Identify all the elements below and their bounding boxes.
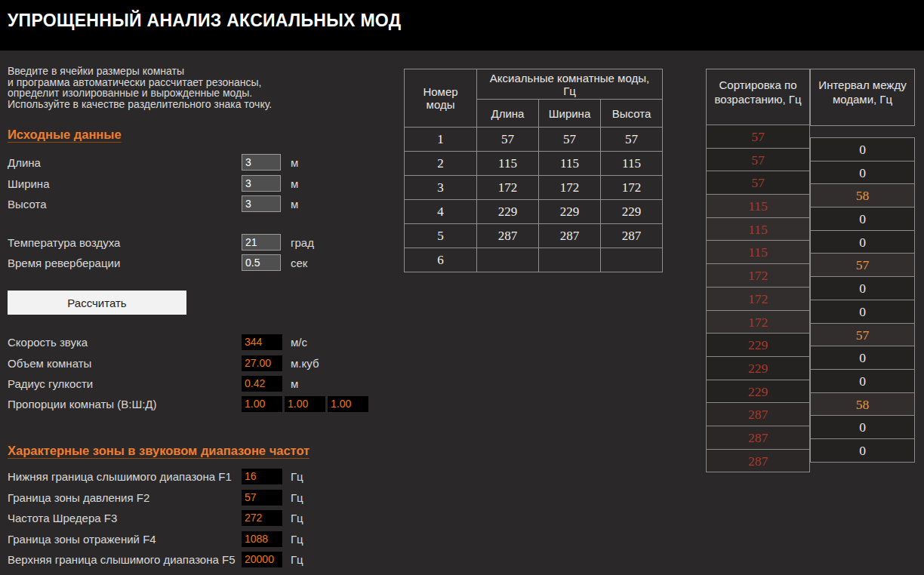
mode-table-row: 2 115 115 115 <box>405 152 663 176</box>
f5-unit: Гц <box>291 550 303 569</box>
temperature-unit: град <box>291 233 314 252</box>
mode-interval-cell: 0 <box>810 438 915 463</box>
width-label: Ширина <box>8 174 49 193</box>
mode-height-cell: 229 <box>601 200 663 224</box>
mode-height-cell: 57 <box>601 128 663 152</box>
sorted-frequency-cell: 115 <box>706 240 810 264</box>
input-row-temperature: Температура воздуха град <box>0 233 400 252</box>
proportion-value-3: 1.00 <box>328 396 368 412</box>
sort-column-header: Сортировка по возрастанию, Гц <box>706 69 810 126</box>
sorted-frequency-cell: 229 <box>706 333 810 357</box>
height-input[interactable] <box>242 195 281 212</box>
f5-label: Верхняя граница слышимого диапазона F5 <box>8 550 236 569</box>
axial-modes-table: Номер моды Аксиальные комнатные моды, Гц… <box>404 69 663 272</box>
zone-row-f5: Верхняя граница слышимого диапазона F5 2… <box>0 550 400 569</box>
boom-radius-value: 0.42 <box>242 376 282 392</box>
length-unit: м <box>291 153 298 172</box>
mode-height-cell <box>601 248 663 272</box>
mode-intervals-list: 0 0 58 0 0 57 0 0 57 0 0 58 0 0 <box>810 138 915 463</box>
sorted-frequency-cell: 172 <box>706 287 810 311</box>
mode-interval-cell: 0 <box>810 161 915 185</box>
sorted-frequency-cell: 287 <box>706 449 810 473</box>
sorted-frequency-cell: 57 <box>706 148 810 172</box>
mode-interval-cell: 0 <box>810 137 915 161</box>
mode-width-cell: 172 <box>539 176 601 200</box>
zone-row-f4: Граница зоны отражений F4 1088 Гц <box>0 530 400 549</box>
calculate-button[interactable]: Рассчитать <box>8 291 186 315</box>
mode-interval-cell: 57 <box>810 323 915 347</box>
axial-modes-header: Аксиальные комнатные моды, Гц <box>477 69 663 100</box>
sound-speed-unit: м/с <box>291 333 307 352</box>
mode-table-row: 4 229 229 229 <box>405 200 663 224</box>
zone-row-f2: Граница зоны давления F2 57 Гц <box>0 488 400 507</box>
result-row-sound-speed: Скорость звука 344 м/с <box>0 333 400 352</box>
mode-table-row: 5 287 287 287 <box>405 224 663 248</box>
f1-unit: Гц <box>291 467 303 486</box>
mode-interval-cell: 0 <box>810 300 915 324</box>
height-unit: м <box>291 195 298 214</box>
mode-height-cell: 287 <box>601 224 663 248</box>
mode-interval-cell: 0 <box>810 207 915 231</box>
result-row-boom-radius: Радиус гулкости 0.42 м <box>0 374 400 393</box>
length-label: Длина <box>8 153 41 172</box>
mode-interval-cell: 57 <box>810 253 915 277</box>
mode-number-cell: 5 <box>405 224 477 248</box>
sorted-frequency-cell: 287 <box>706 402 810 426</box>
heading-frequency-zones: Характерные зоны в звуковом диапазоне ча… <box>8 444 310 458</box>
f1-label: Нижняя граница слышимого диапазона F1 <box>8 467 232 486</box>
temperature-input[interactable] <box>242 234 281 251</box>
mode-width-cell: 287 <box>539 224 601 248</box>
reverb-time-input[interactable] <box>242 254 281 271</box>
mode-number-cell: 6 <box>405 248 477 272</box>
mode-height-cell: 115 <box>601 152 663 176</box>
mode-interval-cell: 0 <box>810 346 915 370</box>
mode-height-cell: 172 <box>601 176 663 200</box>
mode-number-cell: 2 <box>405 152 477 176</box>
sorted-frequency-cell: 287 <box>706 426 810 450</box>
sorted-frequency-cell: 57 <box>706 171 810 195</box>
length-input[interactable] <box>242 154 281 171</box>
mode-width-cell <box>539 248 601 272</box>
intro-text: Введите в ячейки размеры комнаты и прогр… <box>8 66 272 109</box>
boom-radius-label: Радиус гулкости <box>8 374 93 393</box>
reverb-time-unit: сек <box>291 254 307 272</box>
sound-speed-label: Скорость звука <box>8 333 88 352</box>
mode-number-header: Номер моды <box>405 69 477 128</box>
sorted-frequency-cell: 115 <box>706 194 810 218</box>
f2-label: Граница зоны давления F2 <box>8 488 149 507</box>
sorted-frequency-cell: 172 <box>706 310 810 334</box>
zone-row-f1: Нижняя граница слышимого диапазона F1 16… <box>0 467 400 486</box>
mode-width-cell: 115 <box>539 152 601 176</box>
sorted-frequency-cell: 229 <box>706 356 810 380</box>
input-row-length: Длина м <box>0 153 400 172</box>
mode-interval-cell: 0 <box>810 415 915 439</box>
sorted-frequencies-list: 57 57 57 115 115 115 172 172 172 229 229… <box>706 125 810 472</box>
result-row-room-volume: Объем комнаты 27.00 м.куб <box>0 354 400 373</box>
heading-source-data: Исходные данные <box>8 128 122 142</box>
mode-interval-cell: 58 <box>810 183 915 208</box>
mode-length-cell: 172 <box>477 176 539 200</box>
f3-label: Частота Шредера F3 <box>8 509 117 527</box>
mode-length-cell: 229 <box>477 200 539 224</box>
sorted-frequency-cell: 115 <box>706 217 810 241</box>
mode-table-row: 3 172 172 172 <box>405 176 663 200</box>
interval-column-header: Интервал между модами, Гц <box>810 69 915 126</box>
mode-interval-cell: 0 <box>810 276 915 300</box>
input-row-width: Ширина м <box>0 174 400 193</box>
sound-speed-value: 344 <box>242 334 282 350</box>
length-col-header: Длина <box>477 100 539 128</box>
width-input[interactable] <box>242 175 281 192</box>
proportion-value-2: 1.00 <box>285 396 325 412</box>
mode-number-cell: 4 <box>405 200 477 224</box>
f2-value: 57 <box>242 490 282 506</box>
mode-interval-cell: 0 <box>810 230 915 254</box>
mode-length-cell: 115 <box>477 152 539 176</box>
mode-number-cell: 1 <box>405 128 477 152</box>
mode-table-row: 1 57 57 57 <box>405 128 663 152</box>
mode-number-cell: 3 <box>405 176 477 200</box>
boom-radius-unit: м <box>291 374 298 393</box>
sorted-frequency-cell: 229 <box>706 380 810 404</box>
height-label: Высота <box>8 195 47 214</box>
f3-value: 272 <box>242 510 282 526</box>
intro-line: и программа автоматически рассчитает рез… <box>8 77 272 88</box>
